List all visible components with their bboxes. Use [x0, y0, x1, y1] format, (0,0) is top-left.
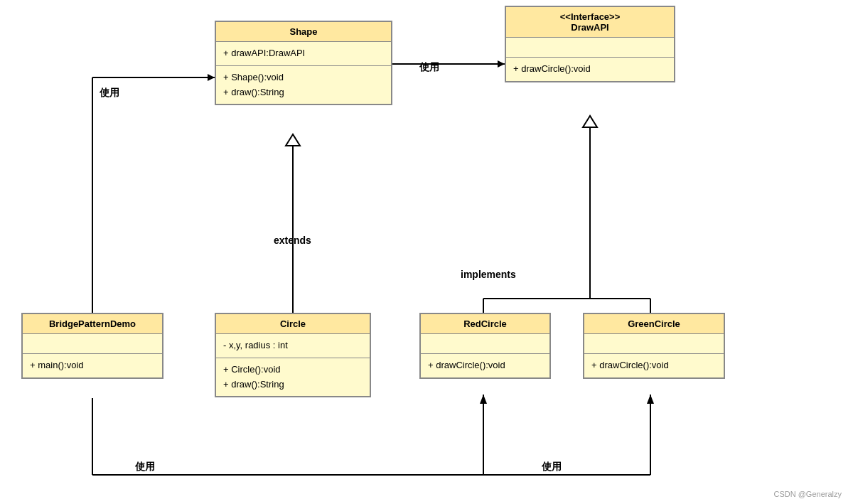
svg-marker-2: [208, 74, 215, 81]
redcircle-title-text: RedCircle: [463, 318, 507, 329]
redcircle-box: RedCircle + drawCircle():void: [419, 313, 551, 379]
greencircle-title: GreenCircle: [584, 314, 724, 334]
drawapi-stereotype: <<Interface>>: [513, 11, 667, 22]
bridge-title: BridgePatternDemo: [23, 314, 162, 334]
shape-section-1: + drawAPI:DrawAPI: [216, 42, 391, 66]
svg-marker-4: [498, 60, 505, 68]
watermark: CSDN @Generalzy: [773, 490, 842, 498]
bridge-box: BridgePatternDemo + main():void: [21, 313, 163, 379]
shape-section-2: + Shape():void + draw():String: [216, 66, 391, 104]
label-uses-green: 使用: [542, 461, 562, 473]
shape-method-2: + draw():String: [223, 85, 384, 100]
circle-section-2: + Circle():void + draw():String: [216, 358, 370, 397]
diagram-container: Shape + drawAPI:DrawAPI + Shape():void +…: [0, 0, 853, 504]
shape-method-1: + Shape():void: [223, 70, 384, 85]
drawapi-box: <<Interface>> DrawAPI + drawCircle():voi…: [505, 6, 675, 82]
drawapi-title-text: DrawAPI: [571, 22, 608, 33]
shape-title-text: Shape: [289, 26, 317, 37]
shape-field-1: + drawAPI:DrawAPI: [223, 46, 384, 61]
redcircle-method-1: + drawCircle():void: [428, 358, 542, 373]
greencircle-title-text: GreenCircle: [628, 318, 680, 329]
arrows-svg: [0, 0, 853, 504]
circle-box: Circle - x,y, radius : int + Circle():vo…: [215, 313, 371, 397]
redcircle-section-2: + drawCircle():void: [421, 354, 549, 377]
circle-title: Circle: [216, 314, 370, 334]
circle-section-1: - x,y, radius : int: [216, 334, 370, 358]
redcircle-section-1: [421, 334, 549, 354]
label-shape-uses-drawapi: 使用: [419, 61, 439, 74]
svg-marker-17: [647, 395, 654, 404]
greencircle-section-1: [584, 334, 724, 354]
label-bridge-uses-shape: 使用: [100, 87, 119, 100]
bridge-section-2: + main():void: [23, 354, 162, 377]
greencircle-box: GreenCircle + drawCircle():void: [583, 313, 725, 379]
circle-title-text: Circle: [280, 318, 306, 329]
shape-title: Shape: [216, 22, 391, 42]
shape-box: Shape + drawAPI:DrawAPI + Shape():void +…: [215, 21, 392, 105]
drawapi-method-1: + drawCircle():void: [513, 62, 667, 77]
circle-field-1: - x,y, radius : int: [223, 338, 363, 353]
svg-marker-15: [480, 395, 487, 404]
greencircle-section-2: + drawCircle():void: [584, 354, 724, 377]
circle-method-1: + Circle():void: [223, 363, 363, 377]
label-implements: implements: [461, 269, 516, 280]
circle-method-2: + draw():String: [223, 377, 363, 392]
svg-marker-6: [286, 134, 300, 146]
svg-marker-9: [583, 116, 597, 127]
bridge-method-1: + main():void: [30, 358, 155, 373]
bridge-section-1: [23, 334, 162, 354]
drawapi-section-1: [506, 38, 674, 58]
label-circle-extends-shape: extends: [274, 235, 311, 246]
redcircle-title: RedCircle: [421, 314, 549, 334]
drawapi-title: <<Interface>> DrawAPI: [506, 7, 674, 38]
greencircle-method-1: + drawCircle():void: [591, 358, 717, 373]
drawapi-section-2: + drawCircle():void: [506, 58, 674, 81]
label-bridge-uses-bottom: 使用: [135, 461, 155, 473]
bridge-title-text: BridgePatternDemo: [49, 318, 136, 329]
